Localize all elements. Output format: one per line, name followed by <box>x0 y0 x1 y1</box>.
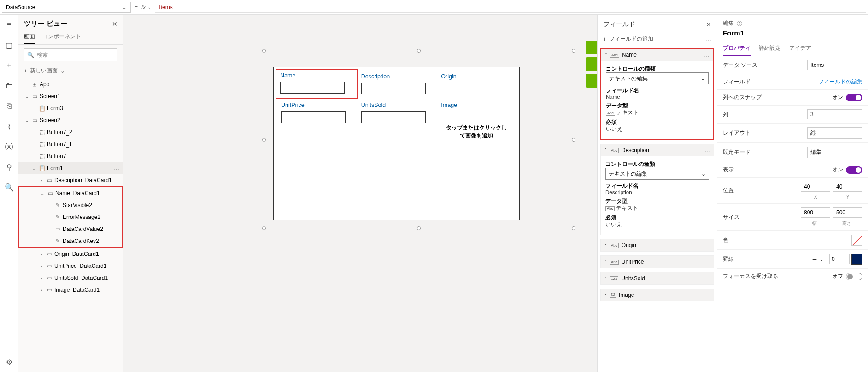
tree-item-errormessage[interactable]: ✎ErrorMessage2 <box>19 211 122 223</box>
card-label: UnitPrice <box>281 102 352 108</box>
field-header[interactable]: ˄ Abc Name … <box>601 49 713 61</box>
border-style-select[interactable]: ─⌄ <box>809 254 827 264</box>
control-type-select[interactable]: テキストの編集⌄ <box>605 168 709 180</box>
tree-item-datacard[interactable]: ›▭Origin_DataCard1 <box>18 248 123 260</box>
field-header[interactable]: ˅ 123 UnitsSold <box>601 272 714 284</box>
layout-select[interactable]: 縦 <box>807 127 862 139</box>
card-input[interactable] <box>441 83 505 94</box>
field-name-label: フィールド名 <box>605 183 709 189</box>
tree-item-datacardkey[interactable]: ✎DataCardKey2 <box>19 235 122 247</box>
tree-item-button[interactable]: ⬚Button7_2 <box>18 126 123 138</box>
hamburger-icon[interactable]: ≡ <box>5 20 14 30</box>
size-h-input[interactable] <box>833 207 862 218</box>
fx-label[interactable]: fx⌄ <box>141 4 151 11</box>
tab-properties[interactable]: プロパティ <box>723 41 751 56</box>
card-input[interactable] <box>361 111 426 123</box>
tree-item-form3[interactable]: 📋Form3 <box>18 102 123 114</box>
text-type-icon: Abc <box>610 260 619 265</box>
cube-icon[interactable]: ▢ <box>5 41 14 50</box>
tree-item-screen1[interactable]: ⌄▭Screen1 <box>18 90 123 102</box>
tree-item-button[interactable]: ⬚Button7 <box>18 150 123 162</box>
text-type-icon: Abc <box>606 111 615 116</box>
settings-icon[interactable]: ⚙ <box>5 357 14 366</box>
info-icon[interactable]: ? <box>737 21 742 26</box>
add-field-link[interactable]: + フィールドの追加 <box>603 35 653 43</box>
canvas[interactable]: Name Description Origin UnitPrice <box>123 15 597 372</box>
edit-fields-link[interactable]: フィールドの編集 <box>818 78 862 86</box>
datacard-unitprice[interactable]: UnitPrice <box>276 99 357 143</box>
border-color-picker[interactable] <box>851 254 862 265</box>
defaultmode-select[interactable]: 編集 <box>807 147 862 158</box>
tree-item-datacard[interactable]: ›▭UnitPrice_DataCard1 <box>18 260 123 272</box>
media-icon[interactable]: ⎘ <box>5 101 14 111</box>
search-icon[interactable]: 🔍 <box>5 183 14 192</box>
datacard-name[interactable]: Name <box>276 69 358 99</box>
text-type-icon: Abc <box>605 206 615 211</box>
border-width-input[interactable] <box>829 254 850 264</box>
plus-icon[interactable]: + <box>5 61 14 70</box>
tab-components[interactable]: コンポーネント <box>42 30 81 44</box>
tree-search[interactable]: 🔍 検索 <box>24 48 117 61</box>
tree-item-app[interactable]: ⊞App <box>18 78 123 90</box>
position-x-input[interactable] <box>801 182 830 192</box>
close-icon[interactable]: ✕ <box>706 21 711 28</box>
side-tab[interactable] <box>586 74 597 88</box>
card-label: Name <box>280 72 353 79</box>
datacard-unitssold[interactable]: UnitsSold <box>357 99 437 143</box>
datacard-description[interactable]: Description <box>357 70 437 98</box>
datacard-image[interactable]: Image タップまたはクリックして画像を追加 <box>436 99 516 143</box>
flow-icon[interactable]: ⌇ <box>5 122 14 131</box>
close-icon[interactable]: ✕ <box>112 20 117 28</box>
image-placeholder[interactable]: タップまたはクリックして画像を追加 <box>441 111 512 140</box>
tab-ideas[interactable]: アイデア <box>789 41 811 56</box>
tree-item-datacard[interactable]: ›▭Description_DataCard1 <box>18 174 123 186</box>
form1-control[interactable]: Name Description Origin UnitPrice <box>273 67 520 220</box>
card-input[interactable] <box>281 111 346 123</box>
control-type-select[interactable]: テキストの編集⌄ <box>606 72 709 84</box>
more-icon[interactable]: … <box>704 147 710 154</box>
datacard-origin[interactable]: Origin <box>436 70 516 98</box>
data-icon[interactable]: 🗀 <box>5 81 14 90</box>
property-select[interactable]: DataSource ⌄ <box>2 2 131 13</box>
tree-item-datacard[interactable]: ›▭Image_DataCard1 <box>18 284 123 296</box>
field-header[interactable]: ˅ Abc UnitPrice <box>601 256 714 268</box>
tree-item-screen2[interactable]: ⌄▭Screen2 <box>18 114 123 126</box>
tab-advanced[interactable]: 詳細設定 <box>759 41 781 56</box>
field-header[interactable]: ˄ Abc Description … <box>601 144 714 156</box>
new-screen-button[interactable]: + 新しい画面 ⌄ <box>18 65 123 78</box>
size-w-input[interactable] <box>801 207 830 218</box>
visible-toggle[interactable] <box>846 166 862 174</box>
datasource-select[interactable]: Items <box>807 60 862 70</box>
side-tab[interactable] <box>586 57 597 71</box>
position-y-input[interactable] <box>833 182 862 192</box>
selected-control-name: Form1 <box>717 28 868 41</box>
tree-item-form1[interactable]: ⌄📋Form1… <box>18 162 123 174</box>
tree-item-starvisible[interactable]: ✎StarVisible2 <box>19 199 122 211</box>
tree-item-button[interactable]: ⬚Button7_1 <box>18 138 123 150</box>
more-icon[interactable]: … <box>706 36 711 42</box>
color-label: 色 <box>723 236 728 244</box>
side-tab[interactable] <box>586 41 597 54</box>
tools-icon[interactable]: ⚲ <box>5 162 14 171</box>
formula-input[interactable]: Items <box>155 2 866 13</box>
button-icon: ⬚ <box>39 129 45 136</box>
snap-toggle[interactable] <box>846 94 862 101</box>
tree-item-name-datacard[interactable]: ⌄▭Name_DataCard1 <box>19 187 122 199</box>
label-icon: ✎ <box>54 238 61 244</box>
card-input[interactable] <box>361 83 426 94</box>
tree-item-datacard[interactable]: ›▭UnitsSold_DataCard1 <box>18 272 123 284</box>
field-header[interactable]: ˅ 🖼 Image <box>601 289 714 301</box>
required-value: いいえ <box>606 126 709 133</box>
card-input[interactable] <box>280 82 345 94</box>
color-picker[interactable] <box>851 235 862 246</box>
tree-view-panel: ツリー ビュー ✕ 画面 コンポーネント 🔍 検索 + 新しい画面 ⌄ ⊞App… <box>18 15 123 372</box>
variable-icon[interactable]: (x) <box>5 142 14 151</box>
focus-toggle[interactable] <box>846 273 862 280</box>
columns-select[interactable]: 3 <box>807 109 862 119</box>
text-type-icon: Abc <box>610 243 619 248</box>
tree-item-datacardvalue[interactable]: ▭DataCardValue2 <box>19 223 122 235</box>
more-icon[interactable]: … <box>114 165 119 171</box>
more-icon[interactable]: … <box>704 52 710 58</box>
field-header[interactable]: ˅ Abc Origin <box>601 239 714 251</box>
tab-screens[interactable]: 画面 <box>24 30 35 44</box>
